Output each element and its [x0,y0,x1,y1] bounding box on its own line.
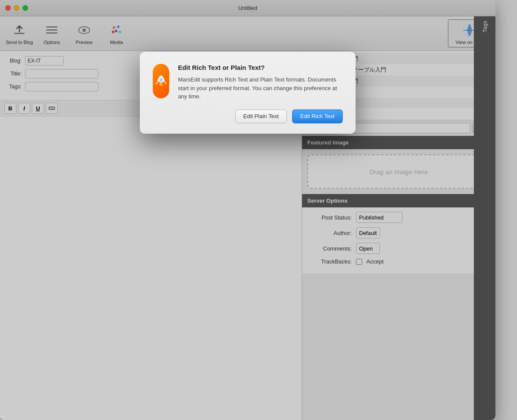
dialog-content: Edit Rich Text or Plain Text? MarsEdit s… [153,64,343,101]
edit-rich-text-button[interactable]: Edit Rich Text [292,110,343,123]
dialog-icon [153,64,169,98]
dialog-buttons: Edit Plain Text Edit Rich Text [153,110,343,123]
rocket-icon [153,68,169,94]
dialog-title: Edit Rich Text or Plain Text? [178,64,343,71]
dialog-text: Edit Rich Text or Plain Text? MarsEdit s… [178,64,343,101]
modal-overlay: Edit Rich Text or Plain Text? MarsEdit s… [0,0,495,420]
edit-plain-text-button[interactable]: Edit Plain Text [235,110,287,123]
main-window: Untitled Send to Blog Options [0,0,495,420]
dialog: Edit Rich Text or Plain Text? MarsEdit s… [140,52,356,134]
dialog-body: MarsEdit supports Rich Text and Plain Te… [178,75,343,101]
svg-point-16 [160,78,162,80]
